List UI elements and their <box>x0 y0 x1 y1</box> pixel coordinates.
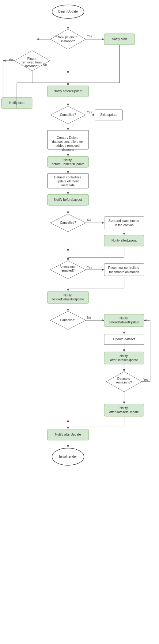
initial-render-label: Initial render <box>59 455 77 458</box>
notify-before-layout-label: Notify beforeLayout <box>54 198 82 201</box>
notify-after-update-label: Notify afterUpdate <box>55 433 81 436</box>
update-dataset-label: Update dataset <box>113 337 135 341</box>
notify-before-update-label: Notify beforeUpdate <box>54 89 82 93</box>
yes-label-anim: Yes <box>87 266 92 269</box>
skip-update-label: Skip update <box>100 113 117 116</box>
cancelled-1-label: Cancelled? <box>60 113 76 116</box>
begin-update-label: Begin Update <box>58 10 78 13</box>
notify-start-label: Notify start <box>112 37 127 41</box>
yes-label-datasets: Yes <box>143 378 148 381</box>
yes-label-1: Yes <box>87 35 92 38</box>
no-label-plugin: No <box>43 63 47 67</box>
cancelled-2-label: Cancelled? <box>60 221 76 224</box>
no-label-1: No <box>55 35 59 38</box>
cancelled-3-label: Cancelled? <box>60 318 76 322</box>
animations-enabled-label: Animations enabled? <box>60 265 77 272</box>
no-label-3: No <box>87 316 91 319</box>
no-label-2: No <box>87 219 91 222</box>
yes-label-3: Yes <box>87 111 92 114</box>
flowchart-diagram: Begin Update New plugin to instance? No … <box>0 0 159 644</box>
notify-after-layout-label: Notify afterLayout <box>112 238 137 242</box>
datasets-remaining-label: Datasets remaining? <box>116 377 132 384</box>
